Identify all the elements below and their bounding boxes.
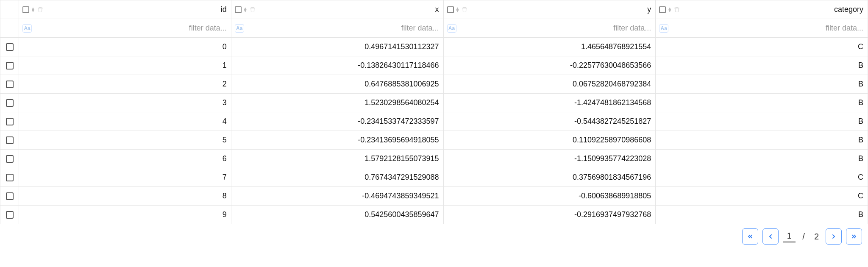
case-toggle-icon[interactable]: Aa — [447, 24, 456, 33]
trash-icon[interactable] — [249, 6, 256, 13]
table-row: 00.49671415301123271.465648768921554C — [0, 38, 868, 56]
table-row: 5-0.234136956949180550.11092258970986608… — [0, 131, 868, 150]
filter-placeholder: filter data... — [401, 24, 439, 32]
row-checkbox-cell[interactable] — [0, 168, 19, 187]
checkbox-icon[interactable] — [6, 118, 14, 125]
row-checkbox-cell[interactable] — [0, 112, 19, 131]
header-select-all-cell — [0, 0, 19, 19]
header-category-label: category — [834, 5, 863, 14]
checkbox-icon[interactable] — [6, 99, 14, 107]
cell-category: B — [656, 150, 868, 168]
filter-blank-cell — [0, 19, 19, 38]
cell-x: 1.5230298564080254 — [231, 94, 443, 112]
cell-category: B — [656, 75, 868, 94]
cell-category: B — [656, 94, 868, 112]
header-x[interactable]: ▲▼ x — [231, 0, 443, 19]
page-total: 2 — [812, 232, 821, 242]
cell-x: -0.23415337472333597 — [231, 112, 443, 131]
checkbox-icon[interactable] — [6, 136, 14, 144]
cell-id: 1 — [19, 56, 231, 75]
trash-icon[interactable] — [461, 6, 468, 13]
cell-y: -1.4247481862134568 — [443, 94, 656, 112]
cell-y: -0.5443827245251827 — [443, 112, 656, 131]
next-page-button[interactable] — [826, 228, 842, 245]
checkbox-icon[interactable] — [6, 211, 14, 219]
pagination: 1 / 2 — [0, 224, 868, 249]
filter-category[interactable]: Aa filter data... — [656, 19, 868, 38]
filter-x[interactable]: Aa filter data... — [231, 19, 443, 38]
data-table: ▲▼ id ▲▼ x — [0, 0, 868, 224]
column-select-checkbox-icon[interactable] — [22, 6, 29, 13]
row-checkbox-cell[interactable] — [0, 131, 19, 150]
filter-id[interactable]: Aa filter data... — [19, 19, 231, 38]
cell-id: 0 — [19, 38, 231, 56]
header-id[interactable]: ▲▼ id — [19, 0, 231, 19]
filter-placeholder: filter data... — [189, 24, 227, 32]
column-select-checkbox-icon[interactable] — [235, 6, 242, 13]
row-checkbox-cell[interactable] — [0, 56, 19, 75]
trash-icon[interactable] — [37, 6, 44, 13]
cell-category: B — [656, 206, 868, 224]
row-checkbox-cell[interactable] — [0, 75, 19, 94]
filter-placeholder: filter data... — [613, 24, 651, 32]
trash-icon[interactable] — [673, 6, 680, 13]
table-row: 20.64768853810069250.06752820468792384B — [0, 75, 868, 94]
cell-x: 1.5792128155073915 — [231, 150, 443, 168]
chevrons-right-icon — [851, 233, 857, 240]
cell-x: 0.5425600435859647 — [231, 206, 443, 224]
chevrons-left-icon — [747, 233, 754, 240]
sort-icon[interactable]: ▲▼ — [243, 7, 248, 12]
table-row: 31.5230298564080254-1.4247481862134568B — [0, 94, 868, 112]
sort-icon[interactable]: ▲▼ — [456, 7, 460, 12]
cell-category: C — [656, 187, 868, 206]
case-toggle-icon[interactable]: Aa — [659, 24, 668, 33]
table-row: 8-0.4694743859349521-0.600638689918805C — [0, 187, 868, 206]
row-checkbox-cell[interactable] — [0, 38, 19, 56]
row-checkbox-cell[interactable] — [0, 150, 19, 168]
filter-y[interactable]: Aa filter data... — [443, 19, 656, 38]
table-row: 70.76743472915290880.37569801834567196C — [0, 168, 868, 187]
case-toggle-icon[interactable]: Aa — [22, 24, 32, 33]
checkbox-icon[interactable] — [6, 43, 14, 51]
filter-placeholder: filter data... — [826, 24, 863, 32]
column-select-checkbox-icon[interactable] — [447, 6, 454, 13]
cell-id: 5 — [19, 131, 231, 150]
first-page-button[interactable] — [742, 228, 758, 245]
checkbox-icon[interactable] — [6, 62, 14, 70]
last-page-button[interactable] — [846, 228, 862, 245]
sort-icon[interactable]: ▲▼ — [31, 7, 35, 12]
checkbox-icon[interactable] — [6, 174, 14, 181]
cell-x: 0.4967141530112327 — [231, 38, 443, 56]
page-separator: / — [800, 232, 807, 242]
header-y-label: y — [647, 5, 651, 14]
cell-category: B — [656, 112, 868, 131]
cell-id: 2 — [19, 75, 231, 94]
chevron-right-icon — [830, 233, 837, 240]
cell-category: C — [656, 38, 868, 56]
header-category[interactable]: ▲▼ category — [656, 0, 868, 19]
table-row: 1-0.13826430117118466-0.2257763004865356… — [0, 56, 868, 75]
prev-page-button[interactable] — [762, 228, 779, 245]
cell-y: 0.37569801834567196 — [443, 168, 656, 187]
header-y[interactable]: ▲▼ y — [443, 0, 656, 19]
table-row: 61.5792128155073915-1.1509935774223028B — [0, 150, 868, 168]
checkbox-icon[interactable] — [6, 81, 14, 88]
row-checkbox-cell[interactable] — [0, 94, 19, 112]
cell-x: 0.7674347291529088 — [231, 168, 443, 187]
page-current[interactable]: 1 — [783, 231, 796, 242]
cell-id: 6 — [19, 150, 231, 168]
cell-category: C — [656, 168, 868, 187]
filter-row: Aa filter data... Aa filter data... Aa f… — [0, 19, 868, 38]
checkbox-icon[interactable] — [6, 192, 14, 200]
case-toggle-icon[interactable]: Aa — [235, 24, 244, 33]
cell-x: -0.13826430117118466 — [231, 56, 443, 75]
cell-y: 0.06752820468792384 — [443, 75, 656, 94]
cell-y: 1.465648768921554 — [443, 38, 656, 56]
header-row: ▲▼ id ▲▼ x — [0, 0, 868, 19]
sort-icon[interactable]: ▲▼ — [668, 7, 672, 12]
checkbox-icon[interactable] — [6, 155, 14, 163]
column-select-checkbox-icon[interactable] — [659, 6, 666, 13]
row-checkbox-cell[interactable] — [0, 206, 19, 224]
row-checkbox-cell[interactable] — [0, 187, 19, 206]
cell-y: 0.11092258970986608 — [443, 131, 656, 150]
